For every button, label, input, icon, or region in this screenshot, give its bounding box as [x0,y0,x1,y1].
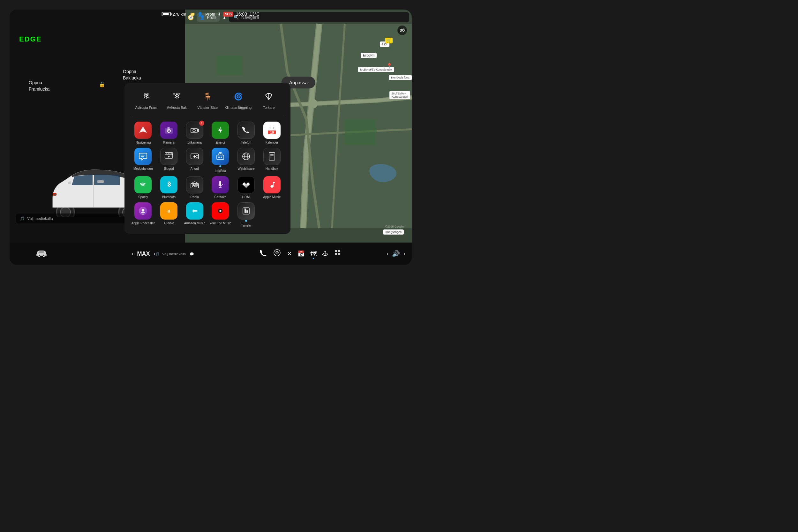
telefon-icon [238,121,255,139]
tidal-label: TIDAL [242,195,251,199]
app-bluetooth[interactable]: Bluetooth [157,176,181,199]
kamera-icon [160,121,177,139]
app-leklada[interactable]: Leklåda [208,148,233,173]
bottom-car-btn[interactable] [16,248,67,260]
app-empty [260,202,284,228]
svg-rect-85 [245,209,246,213]
sos-badge[interactable]: SOS [224,12,233,17]
vanster-sate-label: Vänster Säte [197,105,218,110]
arkad-icon [186,148,203,165]
app-webbläsare[interactable]: Webbläsare [234,148,259,173]
quick-action-avfrosta-fram[interactable]: ❄ ≋≋ Avfrosta Fram [133,89,159,110]
app-energi[interactable]: Energi [208,121,233,145]
app-bilkamera[interactable]: 1 Bilkamera [182,121,207,145]
open-back-label[interactable]: Öppna Baklucka [123,69,141,81]
svg-rect-87 [245,208,246,209]
track-name: MAX [137,250,150,257]
svg-rect-40 [168,153,169,154]
quick-action-torkare[interactable]: Torkare [256,89,282,110]
avfrosta-bak-icon: ❄ ≋≋≋ [170,89,184,103]
bottom-apps-btn[interactable] [334,249,342,259]
avfrosta-fram-icon: ❄ ≋≋ [139,89,153,103]
battery-km: 278 km [173,12,186,17]
bottom-calendar-btn[interactable]: 📅 [298,250,305,257]
quick-action-vanster-sate[interactable]: 🪑 Vänster Säte [195,89,220,110]
svg-point-62 [139,180,147,189]
prev-track-btn[interactable]: ‹ [132,251,133,256]
svg-rect-69 [219,181,221,185]
app-youtubemusic[interactable]: YouTube Music [208,202,233,228]
app-handbok[interactable]: Handbok [260,148,284,173]
klimat-label: Klimatanläggning [225,105,251,110]
svg-rect-12 [217,56,243,75]
svg-rect-84 [243,208,249,214]
media-track[interactable]: ‹ MAX › [132,250,155,257]
kalender-icon: 19 [263,121,281,139]
svg-point-47 [196,157,197,158]
bottom-app-icons: ✕ 📅 🗺 🕹 [259,249,342,259]
spotify-label: Spotify [138,195,148,199]
app-navigering[interactable]: Navigering [131,121,155,145]
app-amazonmusic[interactable]: Amazon Music [182,202,207,228]
applemusic-icon [263,176,281,193]
kalender-label: Kalender [266,140,278,145]
svg-point-88 [38,254,40,256]
leklada-icon [212,148,229,165]
bottom-maps-btn[interactable]: 🗺 [310,250,317,258]
app-audible[interactable]: a Audible [157,202,181,228]
apps-grid-icon [334,249,342,256]
top-status-bar: 278 km 📁 👤 Profil ⬇ SOS 16:03 13°C [157,10,265,19]
open-front-label[interactable]: Öppna Framlucka [29,80,50,92]
applemusic-label: Apple Music [263,195,280,199]
kamera-label: Kamera [163,140,174,145]
bottom-camera-btn[interactable] [273,249,281,259]
youtubemusic-icon [212,202,229,220]
navigering-label: Navigering [135,140,151,145]
bottom-arcade-btn[interactable]: 🕹 [322,250,328,257]
profile-label[interactable]: Profil [205,12,215,17]
quick-actions-row: ❄ ≋≋ Avfrosta Fram ❄ ≋≋≋ Avfrosta Bak [131,89,284,115]
tunein-label: TuneIn [241,223,251,228]
app-meddelanden[interactable]: Meddelanden [131,148,155,173]
app-tidal[interactable]: TIDAL [234,176,259,199]
svg-rect-26 [167,127,170,129]
svg-point-28 [193,129,195,132]
quick-action-klimat[interactable]: 🌀 Klimatanläggning [225,89,251,110]
app-tunein[interactable]: TuneIn [234,202,259,228]
klimat-icon: 🌀 [231,89,245,103]
applepodcast-icon [134,202,152,220]
svg-text:19: 19 [270,131,274,134]
svg-point-46 [196,155,197,156]
app-kalender[interactable]: 19 Kalender [260,121,284,145]
svg-point-51 [218,157,220,158]
app-arkad[interactable]: Arkad [182,148,207,173]
media-source-bottom: Välj mediekälla [162,252,186,256]
lock-icon: 🔓 [99,81,105,88]
avfrosta-fram-label: Avfrosta Fram [135,105,157,110]
spotify-icon [134,176,152,193]
caraoke-label: Caraoke [214,195,226,199]
arkad-label: Arkad [191,167,199,171]
svg-rect-94 [338,250,340,252]
app-biograf[interactable]: Biograf [157,148,181,173]
app-spotify[interactable]: Spotify [131,176,155,199]
amazonmusic-icon [186,202,203,220]
next-vol-btn[interactable]: › [404,251,405,256]
bottom-close-btn[interactable]: ✕ [287,250,292,257]
prev-vol-btn[interactable]: ‹ [387,251,388,256]
app-radio[interactable]: Radio [182,176,207,199]
app-telefon[interactable]: Telefon [234,121,259,145]
app-applepodcast[interactable]: Apple Podcaster [131,202,155,228]
profile-icon: 👤 [197,12,203,17]
app-applemusic[interactable]: Apple Music [260,176,284,199]
bottom-phone-btn[interactable] [259,249,267,259]
handbok-icon [263,148,281,165]
svg-point-74 [142,209,144,212]
bilkamera-label: Bilkamera [187,140,202,145]
app-kamera[interactable]: Kamera [157,121,181,145]
phone-icon [259,249,267,257]
app-caraoke[interactable]: Caraoke [208,176,233,199]
map-label-norrboda: Norrboda fors. [389,75,412,80]
app-launcher: ❄ ≋≋ Avfrosta Fram ❄ ≋≋≋ Avfrosta Bak [125,83,290,234]
quick-action-avfrosta-bak[interactable]: ❄ ≋≋≋ Avfrosta Bak [164,89,190,110]
